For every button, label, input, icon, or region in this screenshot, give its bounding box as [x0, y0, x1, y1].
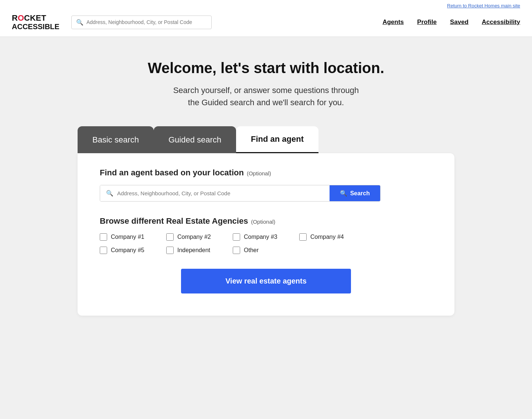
hero-section: Welcome, let's start with location. Sear…	[78, 59, 454, 109]
logo-o-letter: O	[18, 14, 24, 23]
nav-agents[interactable]: Agents	[382, 18, 404, 26]
agent-search-input-wrap: 🔍	[100, 185, 330, 201]
main-nav: Agents Profile Saved Accessibility	[382, 18, 520, 26]
logo-rocket-text: ROCKET	[12, 14, 59, 23]
company-label-3: Company #3	[244, 234, 277, 240]
hero-subtitle: Search yourself, or answer some question…	[78, 84, 454, 109]
company-checkbox-independent[interactable]	[166, 247, 174, 254]
company-checkbox-2[interactable]	[166, 233, 174, 241]
tab-guided-search[interactable]: Guided search	[154, 126, 236, 153]
agent-location-title: Find an agent based on your location (Op…	[100, 168, 432, 178]
nav-saved[interactable]: Saved	[450, 18, 468, 26]
logo: ROCKET Accessible	[12, 14, 59, 31]
agent-search-icon: 🔍	[106, 190, 113, 197]
company-label-4: Company #4	[310, 234, 344, 240]
return-to-main-link[interactable]: Return to Rocket Homes main site	[447, 3, 520, 8]
company-item-1[interactable]: Company #1	[100, 233, 151, 241]
nav-profile[interactable]: Profile	[417, 18, 437, 26]
browse-optional: (Optional)	[251, 219, 275, 225]
company-checkbox-4[interactable]	[299, 233, 307, 241]
agent-location-title-text: Find an agent based on your location	[100, 168, 244, 178]
browse-agencies-title: Browse different Real Estate Agencies (O…	[100, 216, 432, 226]
hero-subtitle-line1: Search yourself, or answer some question…	[173, 86, 359, 95]
company-item-independent[interactable]: Independent	[166, 247, 218, 254]
company-item-2[interactable]: Company #2	[166, 233, 218, 241]
site-header: Return to Rocket Homes main site ROCKET …	[0, 0, 532, 37]
company-checkbox-other[interactable]	[233, 247, 240, 254]
header-top-bar: Return to Rocket Homes main site	[12, 0, 520, 10]
companies-row-1: Company #1 Company #2 Company #3 Company…	[100, 233, 432, 241]
hero-title: Welcome, let's start with location.	[78, 59, 454, 77]
agent-location-section: Find an agent based on your location (Op…	[100, 168, 432, 202]
company-checkbox-1[interactable]	[100, 233, 107, 241]
header-search-container: 🔍	[71, 16, 212, 29]
company-item-3[interactable]: Company #3	[233, 233, 284, 241]
hero-subtitle-line2: the Guided search and we'll search for y…	[188, 98, 344, 107]
search-btn-label: Search	[350, 190, 370, 197]
logo-accessible-text: Accessible	[12, 23, 59, 31]
company-checkbox-5[interactable]	[100, 247, 107, 254]
company-label-2: Company #2	[177, 234, 211, 240]
company-label-1: Company #1	[111, 234, 144, 240]
search-btn-icon: 🔍	[340, 190, 347, 197]
header-main-row: ROCKET Accessible 🔍 Agents Profile Saved…	[12, 10, 520, 37]
companies-row-2: Company #5 Independent Other	[100, 247, 432, 254]
company-label-other: Other	[244, 247, 259, 254]
company-label-independent: Independent	[177, 247, 210, 254]
agent-location-optional: (Optional)	[247, 170, 271, 176]
header-search-icon: 🔍	[76, 19, 83, 26]
agent-search-row: 🔍 🔍 Search	[100, 185, 381, 202]
company-item-other[interactable]: Other	[233, 247, 284, 254]
view-agents-button[interactable]: View real estate agents	[181, 269, 351, 293]
tab-basic-search[interactable]: Basic search	[78, 126, 154, 153]
browse-agencies-section: Browse different Real Estate Agencies (O…	[100, 216, 432, 254]
company-checkbox-3[interactable]	[233, 233, 240, 241]
nav-accessibility[interactable]: Accessibility	[482, 18, 520, 26]
agent-search-input[interactable]	[117, 190, 324, 196]
company-item-4[interactable]: Company #4	[299, 233, 351, 241]
tab-find-agent[interactable]: Find an agent	[236, 126, 318, 153]
agent-search-button[interactable]: 🔍 Search	[330, 185, 380, 201]
main-content: Welcome, let's start with location. Sear…	[63, 37, 469, 345]
header-search-box: 🔍	[71, 16, 212, 29]
find-agent-panel: Find an agent based on your location (Op…	[78, 153, 454, 316]
company-item-5[interactable]: Company #5	[100, 247, 151, 254]
companies-grid: Company #1 Company #2 Company #3 Company…	[100, 233, 432, 254]
browse-title-text: Browse different Real Estate Agencies	[100, 216, 248, 226]
header-search-input[interactable]	[86, 19, 207, 25]
tabs-row: Basic search Guided search Find an agent	[78, 126, 454, 153]
company-label-5: Company #5	[111, 247, 144, 254]
